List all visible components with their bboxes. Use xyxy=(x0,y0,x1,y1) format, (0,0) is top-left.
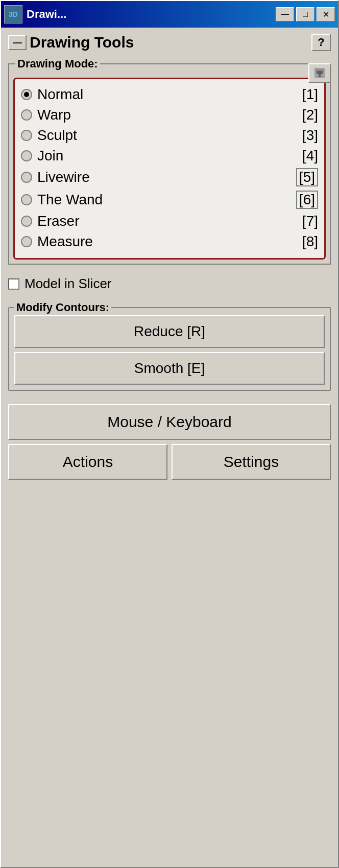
radio-sculpt[interactable]: Sculpt [3] xyxy=(21,125,318,146)
radio-sculpt-circle xyxy=(21,130,32,141)
main-window: 3D Drawi... — □ ✕ — Drawing Tools ? Draw… xyxy=(0,0,339,868)
radio-thewand-circle xyxy=(21,194,32,205)
radio-eraser-label: Eraser xyxy=(37,213,302,229)
radio-eraser-circle xyxy=(21,216,32,227)
help-button[interactable]: ? xyxy=(311,34,331,51)
maximize-button[interactable]: □ xyxy=(296,7,314,21)
toolbar-title: Drawing Tools xyxy=(30,34,134,51)
radio-livewire-circle xyxy=(21,172,32,183)
radio-measure[interactable]: Measure [8] xyxy=(21,231,318,252)
radio-normal[interactable]: Normal [1] xyxy=(21,84,318,105)
radio-eraser[interactable]: Eraser [7] xyxy=(21,211,318,231)
radio-warp-label: Warp xyxy=(37,107,302,123)
radio-livewire-label: Livewire xyxy=(37,169,296,185)
radio-thewand-shortcut: [6] xyxy=(296,191,318,209)
radio-warp-circle xyxy=(21,109,32,121)
radio-normal-label: Normal xyxy=(37,86,302,103)
svg-rect-2 xyxy=(319,74,321,77)
model-in-slicer-checkbox[interactable] xyxy=(8,278,19,290)
actions-button[interactable]: Actions xyxy=(8,444,167,480)
collapse-button[interactable]: — xyxy=(8,35,27,50)
smooth-button[interactable]: Smooth [E] xyxy=(14,352,325,385)
pin-icon xyxy=(313,66,326,80)
radio-measure-circle xyxy=(21,236,32,247)
radio-join[interactable]: Join [4] xyxy=(21,146,318,166)
pin-button[interactable] xyxy=(308,63,331,83)
toolbar-row: — Drawing Tools ? xyxy=(8,34,331,51)
drawing-mode-section: Drawing Mode: xyxy=(8,63,331,265)
modify-contours-section: Modify Contours: Reduce [R] Smooth [E] xyxy=(8,307,331,391)
title-bar: 3D Drawi... — □ ✕ xyxy=(1,1,338,28)
radio-join-shortcut: [4] xyxy=(302,148,318,164)
close-button[interactable]: ✕ xyxy=(317,7,335,21)
content-area: — Drawing Tools ? Drawing Mode: xyxy=(1,28,338,867)
minimize-button[interactable]: — xyxy=(276,7,294,21)
radio-join-label: Join xyxy=(37,148,302,164)
radio-thewand-label: The Wand xyxy=(37,192,296,208)
radio-thewand[interactable]: The Wand [6] xyxy=(21,189,318,211)
actions-settings-row: Actions Settings xyxy=(8,444,331,480)
settings-button[interactable]: Settings xyxy=(172,444,331,480)
radio-join-circle xyxy=(21,150,32,161)
radio-measure-shortcut: [8] xyxy=(302,233,318,250)
radio-livewire[interactable]: Livewire [5] xyxy=(21,166,318,189)
radio-sculpt-label: Sculpt xyxy=(37,127,302,144)
radio-normal-shortcut: [1] xyxy=(302,86,318,103)
radio-livewire-shortcut: [5] xyxy=(296,168,318,186)
window-controls: — □ ✕ xyxy=(276,7,335,21)
mouse-keyboard-button[interactable]: Mouse / Keyboard xyxy=(8,404,331,440)
modify-contours-label: Modify Contours: xyxy=(14,301,111,314)
window-title: Drawi... xyxy=(27,8,276,21)
reduce-button[interactable]: Reduce [R] xyxy=(14,315,325,348)
svg-rect-3 xyxy=(316,69,324,71)
bottom-buttons: Mouse / Keyboard Actions Settings xyxy=(8,404,331,480)
radio-sculpt-shortcut: [3] xyxy=(302,127,318,144)
model-in-slicer-row[interactable]: Model in Slicer xyxy=(8,273,331,295)
app-icon: 3D xyxy=(4,5,22,24)
radio-normal-dot xyxy=(24,92,29,97)
radio-measure-label: Measure xyxy=(37,233,302,250)
drawing-mode-group: Normal [1] Warp [2] Sculpt [3] xyxy=(13,78,326,260)
radio-normal-circle xyxy=(21,89,32,100)
radio-warp-shortcut: [2] xyxy=(302,107,318,123)
radio-warp[interactable]: Warp [2] xyxy=(21,105,318,125)
toolbar-left: — Drawing Tools xyxy=(8,34,134,51)
model-in-slicer-label: Model in Slicer xyxy=(25,276,112,292)
radio-eraser-shortcut: [7] xyxy=(302,213,318,229)
drawing-mode-label: Drawing Mode: xyxy=(15,57,100,71)
